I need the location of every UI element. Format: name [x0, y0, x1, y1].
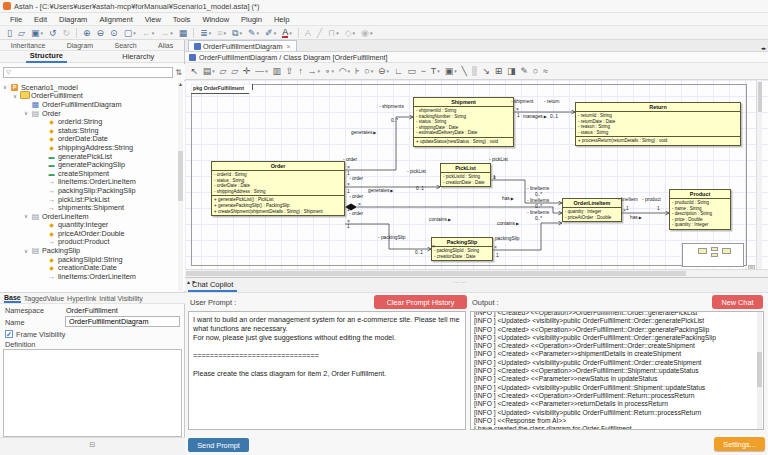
class-box-picklist[interactable]: PickList - pickListId : String- creation… [440, 163, 491, 187]
diagram-tool-button[interactable]: ╲ [459, 65, 469, 77]
toolbar-button[interactable]: ╱ [314, 27, 325, 39]
horizontal-scrollbar[interactable] [185, 269, 768, 277]
tab-scroll-arrows[interactable]: ◂▸ [761, 45, 766, 51]
diagram-tool-button[interactable]: — [253, 65, 270, 77]
diagram-tool-button[interactable]: ▭ [405, 65, 418, 77]
menu-item[interactable]: Edit [28, 15, 53, 24]
diagram-tool-button[interactable]: ⊞ [492, 65, 504, 77]
tree-item[interactable]: generatePickList [0, 152, 185, 161]
diagram-tool-button[interactable]: ⇧ [283, 65, 295, 77]
tree-item[interactable]: priceAtOrder:Double [0, 229, 185, 238]
diagram-tool-button[interactable]: ▥ [270, 65, 283, 77]
toolbar-button[interactable]: ◉ [358, 27, 375, 39]
diagram-tool-button[interactable]: ↖ [188, 65, 200, 77]
view-tab[interactable]: Structure [26, 50, 67, 63]
diagram-tool-button[interactable]: ▱ [229, 65, 241, 77]
sort-icon[interactable]: ⇅ [175, 68, 182, 77]
property-tab[interactable]: Base [4, 294, 21, 303]
panel-drag-grip[interactable]: ⋯⋯ [453, 278, 467, 285]
class-box-order[interactable]: Order - orderId : String- status : Strin… [211, 161, 345, 216]
close-tab-icon[interactable]: × [286, 43, 290, 50]
menu-item[interactable]: File [4, 15, 28, 24]
class-box-return[interactable]: Return - returnId : String- returnDate :… [575, 102, 741, 146]
property-tab[interactable]: TaggedValue [24, 295, 64, 302]
menu-item[interactable]: Tools [167, 15, 197, 24]
class-box-product[interactable]: Product - productId : String- name : Str… [669, 189, 731, 230]
diagram-tool-button[interactable]: ○ [362, 65, 376, 77]
diagram-tool-button[interactable]: ⊦ [352, 65, 361, 77]
toolbar-button[interactable]: A [279, 27, 295, 39]
tree-item[interactable]: creationDate:Date [0, 263, 185, 272]
tree-item[interactable]: OrderFulfillmentDiagram [0, 100, 185, 109]
toolbar-button[interactable]: A [302, 27, 314, 39]
clear-prompt-history-button[interactable]: Clear Prompt History [374, 295, 467, 309]
toolbar-button[interactable]: ↻ [59, 27, 73, 39]
diagram-tool-button[interactable]: ∘ [322, 65, 336, 77]
scroll-up-arrow[interactable]: ▲ [178, 81, 183, 87]
frame-visibility-checkbox[interactable]: ✓ [5, 330, 13, 338]
tree-item[interactable]: lineItems:OrderLineItem [0, 178, 185, 187]
toolbar-button[interactable]: ▯ [4, 27, 15, 39]
definition-textarea[interactable] [3, 349, 182, 437]
tree-expand-caret[interactable] [24, 110, 31, 116]
toolbar-button[interactable]: ← [139, 27, 158, 39]
tree-item[interactable]: generatePackingSlip [0, 160, 185, 169]
toolbar-button[interactable] [76, 28, 77, 38]
toolbar-button[interactable]: → [157, 27, 176, 39]
tree-expand-caret[interactable] [24, 213, 31, 219]
toolbar-button[interactable]: ≣ [197, 27, 214, 39]
toolbar-button[interactable]: ▣ [28, 27, 46, 39]
toolbar-button[interactable]: ✐ [262, 27, 279, 39]
diagram-tool-button[interactable]: ⊖ [376, 65, 392, 77]
tree-scrollbar[interactable]: ▲ [178, 81, 183, 291]
tree-item[interactable]: OrderLineItem [0, 212, 185, 221]
diagram-tool-button[interactable]: ▣ [442, 65, 459, 77]
new-chat-button[interactable]: New Chat [712, 295, 763, 309]
tree-item[interactable]: quantity:Integer [0, 221, 185, 230]
class-box-orderlineitem[interactable]: OrderLineItem - quantity : Integer- pric… [562, 198, 622, 222]
toolbar-button[interactable]: ✎ [245, 27, 262, 39]
diagram-tool-button[interactable]: ▤ [200, 65, 217, 77]
toolbar-button[interactable]: ▢ [121, 27, 139, 39]
association-edge[interactable] [345, 117, 413, 170]
diagram-tool-button[interactable]: ∟ [392, 65, 406, 77]
diagram-canvas[interactable]: pkg OrderFulfillment [185, 80, 768, 269]
menu-item[interactable]: Plugin [235, 15, 268, 24]
toolbar-button[interactable]: ⊓ [325, 27, 342, 39]
diagram-tool-button[interactable]: ◨ [505, 65, 518, 77]
chat-copilot-tab[interactable]: Chat Copilot [188, 280, 237, 292]
diagram-tool-button[interactable]: ○ [530, 65, 540, 77]
tree-item[interactable]: product:Product [0, 238, 185, 247]
property-tab[interactable]: Hyperlink [67, 295, 96, 302]
toolbar-button[interactable]: ⊕ [80, 27, 94, 39]
toolbar-button[interactable]: ↺ [46, 27, 60, 39]
toolbar-button[interactable]: ▱ [15, 27, 28, 39]
tree-item[interactable]: shipments:Shipment [0, 203, 185, 212]
tree-item[interactable]: orderDate:Date [0, 135, 185, 144]
vertical-scrollbar[interactable] [756, 80, 762, 269]
user-prompt-textarea[interactable]: I want to build an order management syst… [188, 311, 466, 430]
diagram-tool-button[interactable]: ✛ [241, 65, 253, 77]
diagram-tool-button[interactable]: ✎ [518, 65, 530, 77]
toolbar-button[interactable]: ⊙ [107, 27, 121, 39]
menu-item[interactable]: Window [196, 15, 235, 24]
class-box-packingslip[interactable]: PackingSlip - packingSlipId : String- cr… [431, 237, 493, 261]
tree-item[interactable]: status:String [0, 126, 185, 135]
property-tab[interactable]: Initial Visibility [99, 295, 142, 302]
diagram-tool-button[interactable]: − [418, 65, 428, 77]
tree-item[interactable]: packingSlipId:String [0, 255, 185, 264]
diagram-tool-button[interactable]: ▱ [217, 65, 229, 77]
tree-item[interactable]: Scenario1_model [0, 83, 185, 92]
class-box-shipment[interactable]: Shipment - shipmentId : String- tracking… [413, 97, 514, 147]
toolbar-button[interactable]: ◇ [342, 27, 358, 39]
toolbar-button[interactable]: ≡ [214, 27, 229, 39]
output-scrollbar[interactable] [757, 312, 762, 429]
tree-item[interactable]: Order [0, 109, 185, 118]
tree-item[interactable]: orderId:String [0, 117, 185, 126]
diagram-tool-button[interactable]: ≈ [541, 65, 551, 77]
tree-item[interactable]: OrderFulfillment [0, 92, 185, 101]
toolbar-button[interactable] [193, 28, 194, 38]
menu-item[interactable]: Diagram [53, 15, 93, 24]
diagram-tool-button[interactable]: ◠ [336, 65, 352, 77]
toolbar-button[interactable] [298, 28, 299, 38]
